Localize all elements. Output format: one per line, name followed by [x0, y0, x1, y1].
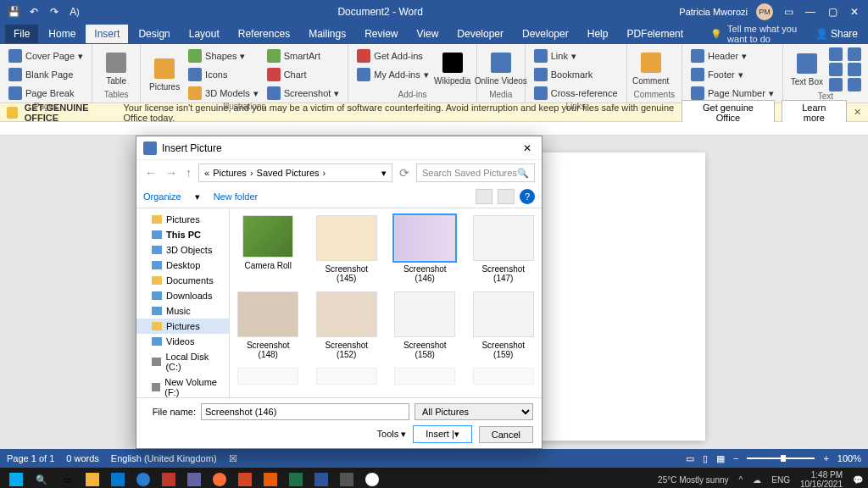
screenshot-button[interactable]: Screenshot ▾ — [265, 85, 342, 102]
refresh-icon[interactable]: ⟳ — [398, 164, 411, 181]
view-read-icon[interactable]: ▭ — [686, 453, 694, 464]
tree-pictures[interactable]: Pictures — [136, 212, 229, 227]
wordart-icon[interactable] — [829, 63, 843, 76]
pictures-button[interactable]: Pictures — [147, 47, 181, 102]
nav-back-icon[interactable]: ← — [143, 164, 159, 181]
tell-me-search[interactable]: 💡Tell me what you want to do — [693, 24, 804, 44]
organize-button[interactable]: Organize — [143, 191, 181, 202]
thumb-camera-roll[interactable]: Camera Roll — [236, 215, 300, 283]
tray-clock[interactable]: 1:48 PM10/16/2021 — [800, 470, 843, 488]
redo-icon[interactable]: ↷ — [47, 5, 61, 19]
chart-button[interactable]: Chart — [265, 66, 342, 83]
search-button[interactable]: 🔍 — [31, 469, 53, 488]
link-button[interactable]: Link ▾ — [532, 47, 620, 64]
word-icon[interactable] — [310, 469, 332, 488]
object-icon[interactable] — [848, 78, 861, 92]
tab-pdf[interactable]: PDFelement — [618, 25, 692, 43]
tree-desktop[interactable]: Desktop — [136, 258, 229, 273]
page-count[interactable]: Page 1 of 1 — [7, 453, 54, 463]
tab-review[interactable]: Review — [356, 25, 406, 43]
3d-models-button[interactable]: 3D Models ▾ — [186, 85, 260, 102]
tree-newvolume[interactable]: New Volume (F:) — [136, 374, 229, 397]
text-box-button[interactable]: Text Box — [790, 47, 824, 92]
save-icon[interactable]: 💾 — [7, 5, 20, 19]
close-icon[interactable]: ✕ — [848, 5, 861, 19]
view-mode-icon[interactable] — [476, 189, 492, 204]
zoom-slider[interactable] — [747, 458, 815, 459]
date-icon[interactable] — [848, 63, 861, 76]
tab-view[interactable]: View — [409, 25, 448, 43]
filename-field[interactable] — [201, 403, 409, 420]
get-genuine-button[interactable]: Get genuine Office — [682, 100, 774, 125]
tab-help[interactable]: Help — [579, 25, 617, 43]
signature-icon[interactable] — [848, 47, 861, 61]
ruler[interactable] — [0, 122, 868, 136]
minimize-icon[interactable]: — — [804, 5, 817, 19]
tree-downloads[interactable]: Downloads — [136, 288, 229, 303]
accessibility-icon[interactable]: ☒ — [229, 453, 237, 464]
avatar[interactable]: PM — [756, 3, 773, 20]
nav-fwd-icon[interactable]: → — [164, 164, 179, 181]
page-break-button[interactable]: Page Break — [7, 85, 85, 102]
view-print-icon[interactable]: ▯ — [703, 453, 708, 464]
preview-icon[interactable] — [498, 189, 515, 204]
maximize-icon[interactable]: ▢ — [826, 5, 839, 19]
settings-icon[interactable] — [336, 469, 358, 488]
new-folder-button[interactable]: New folder — [214, 191, 259, 202]
thumb-s152[interactable]: Screenshot (152) — [315, 291, 379, 359]
tree-videos[interactable]: Videos — [136, 334, 229, 349]
tree-pictures-sel[interactable]: Pictures — [136, 319, 229, 334]
nav-up-icon[interactable]: ↑ — [184, 164, 193, 181]
thumb-s147[interactable]: Screenshot (147) — [472, 215, 536, 283]
tree-documents[interactable]: Documents — [136, 273, 229, 288]
learn-more-button[interactable]: Learn more — [782, 100, 847, 125]
search-input[interactable]: Search Saved Pictures🔍 — [416, 164, 535, 182]
zoom-level[interactable]: 100% — [837, 453, 861, 463]
word-count[interactable]: 0 words — [66, 453, 99, 463]
cover-page-button[interactable]: Cover Page ▾ — [7, 47, 85, 64]
ribbon-options-icon[interactable]: ▭ — [782, 5, 795, 19]
firefox-icon[interactable] — [209, 469, 231, 488]
zoom-out-icon[interactable]: − — [733, 453, 738, 463]
footer-button[interactable]: Footer ▾ — [689, 66, 776, 83]
warning-close-icon[interactable]: ✕ — [854, 107, 861, 118]
drop-cap-icon[interactable] — [829, 78, 843, 92]
tray-lang[interactable]: ENG — [771, 475, 790, 485]
header-button[interactable]: Header ▾ — [689, 47, 776, 64]
tab-developer[interactable]: Developer — [448, 25, 512, 43]
shapes-button[interactable]: Shapes ▾ — [186, 47, 260, 64]
tools-menu[interactable]: Tools ▾ — [377, 429, 407, 440]
dialog-close-icon[interactable]: ✕ — [520, 142, 535, 154]
view-web-icon[interactable]: ▦ — [716, 453, 725, 464]
store-icon[interactable] — [107, 469, 129, 488]
table-button[interactable]: Table — [99, 47, 133, 90]
language[interactable]: English (United Kingdom) — [111, 453, 217, 463]
tab-file[interactable]: File — [5, 25, 38, 43]
videos-icon[interactable] — [158, 469, 180, 488]
powerpoint-icon[interactable] — [234, 469, 256, 488]
thumb-s158[interactable]: Screenshot (158) — [393, 291, 457, 359]
vlc-icon[interactable] — [259, 469, 281, 488]
weather-widget[interactable]: 25°C Mostly sunny — [658, 475, 728, 485]
tree-3d-objects[interactable]: 3D Objects — [136, 242, 229, 258]
tab-insert[interactable]: Insert — [86, 25, 128, 43]
wikipedia-button[interactable]: Wikipedia — [436, 47, 470, 90]
thumb-s145[interactable]: Screenshot (145) — [315, 215, 379, 283]
tab-references[interactable]: References — [230, 25, 298, 43]
tree-localdisk[interactable]: Local Disk (C:) — [136, 349, 229, 374]
explorer-icon[interactable] — [81, 469, 103, 488]
my-addins-button[interactable]: My Add-ins ▾ — [355, 66, 430, 83]
icons-button[interactable]: Icons — [186, 66, 260, 83]
tree-thispc[interactable]: This PC — [136, 227, 229, 242]
filter-select[interactable]: All Pictures — [415, 403, 533, 420]
notifications-icon[interactable]: 💬 — [853, 475, 863, 485]
get-addins-button[interactable]: Get Add-ins — [355, 47, 430, 64]
thumb-s148[interactable]: Screenshot (148) — [236, 291, 300, 359]
user-name[interactable]: Patricia Mworozi — [679, 7, 748, 17]
insert-button[interactable]: Insert |▾ — [413, 425, 471, 443]
tab-developer2[interactable]: Developer — [514, 25, 577, 43]
tab-layout[interactable]: Layout — [181, 25, 228, 43]
cancel-button[interactable]: Cancel — [479, 426, 533, 443]
bookmark-button[interactable]: Bookmark — [532, 66, 620, 83]
comment-button[interactable]: Comment — [634, 47, 668, 90]
